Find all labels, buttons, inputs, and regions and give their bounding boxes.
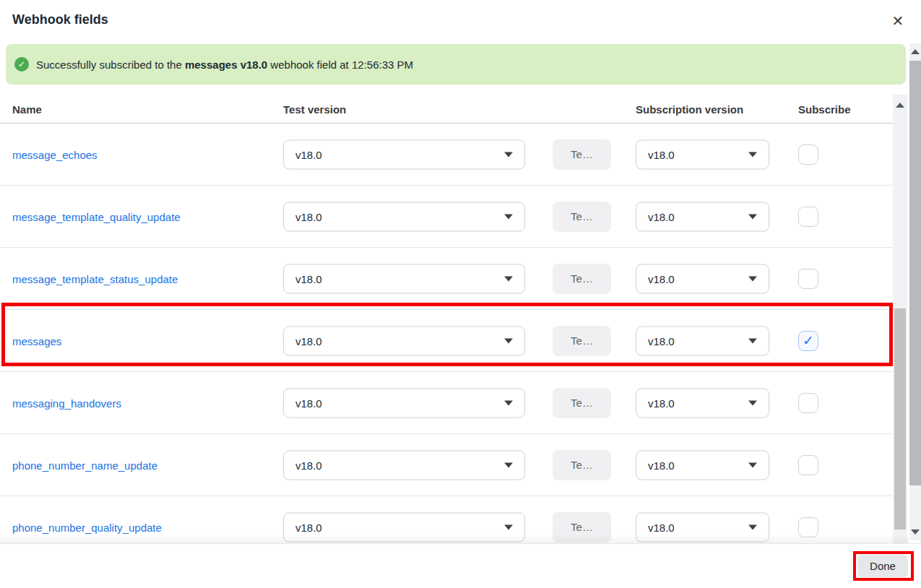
subscription-version-value: v18.0 xyxy=(648,272,743,285)
test-version-value: v18.0 xyxy=(295,334,498,347)
banner-text-suffix: webhook field at 12:56:33 PM xyxy=(267,59,413,71)
banner-text-highlight: messages v18.0 xyxy=(185,59,267,71)
table-row: message_echoes v18.0 Te… v18.0 xyxy=(0,124,893,186)
table-header-row: Name Test version Subscription version S… xyxy=(0,95,893,124)
column-header-name: Name xyxy=(12,103,42,115)
banner-text-prefix: Successfully subscribed to the xyxy=(36,59,185,71)
subscription-version-dropdown[interactable]: v18.0 xyxy=(636,326,769,355)
chevron-down-icon xyxy=(748,214,757,219)
dialog-title: Webhook fields xyxy=(12,12,108,27)
chevron-down-icon xyxy=(504,152,513,157)
subscription-version-dropdown[interactable]: v18.0 xyxy=(636,202,769,231)
chevron-down-icon xyxy=(748,276,757,281)
webhook-fields-table: Name Test version Subscription version S… xyxy=(0,95,893,543)
dialog-scrollbar-thumb[interactable] xyxy=(909,61,921,485)
success-banner: ✓ Successfully subscribed to the message… xyxy=(6,44,906,85)
subscription-version-value: v18.0 xyxy=(648,210,743,222)
subscription-version-dropdown[interactable]: v18.0 xyxy=(636,512,769,542)
subscription-version-value: v18.0 xyxy=(648,397,743,409)
table-row: message_template_quality_update v18.0 Te… xyxy=(0,186,893,248)
field-name-link[interactable]: message_echoes xyxy=(12,148,98,160)
subscription-version-dropdown[interactable]: v18.0 xyxy=(636,139,769,169)
test-version-value: v18.0 xyxy=(295,521,498,533)
field-name-link[interactable]: phone_number_quality_update xyxy=(12,521,162,533)
subscription-version-value: v18.0 xyxy=(648,148,743,160)
test-version-dropdown[interactable]: v18.0 xyxy=(283,326,525,355)
scroll-up-icon[interactable] xyxy=(911,49,920,54)
field-name-link[interactable]: messages xyxy=(12,334,61,347)
column-header-test-version: Test version xyxy=(283,103,346,115)
column-header-subscribe: Subscribe xyxy=(798,103,851,115)
table-scrollbar-thumb[interactable] xyxy=(894,308,906,529)
test-button[interactable]: Te… xyxy=(553,139,611,170)
test-button[interactable]: Te… xyxy=(553,450,611,480)
chevron-down-icon xyxy=(748,338,757,343)
subscribe-checkbox[interactable] xyxy=(798,517,818,537)
field-name-link[interactable]: phone_number_name_update xyxy=(12,459,157,471)
test-button[interactable]: Te… xyxy=(553,512,611,542)
chevron-down-icon xyxy=(748,400,757,405)
subscription-version-dropdown[interactable]: v18.0 xyxy=(636,264,769,293)
test-version-value: v18.0 xyxy=(295,397,498,409)
done-button[interactable]: Done xyxy=(857,555,908,577)
chevron-down-icon xyxy=(748,462,757,467)
table-row: message_template_status_update v18.0 Te…… xyxy=(0,248,893,310)
success-banner-text: Successfully subscribed to the messages … xyxy=(36,59,413,71)
test-version-dropdown[interactable]: v18.0 xyxy=(283,388,525,418)
chevron-down-icon xyxy=(504,524,513,529)
test-version-dropdown[interactable]: v18.0 xyxy=(283,264,525,293)
subscription-version-dropdown[interactable]: v18.0 xyxy=(636,388,769,418)
subscribe-checkbox-checked[interactable]: ✓ xyxy=(798,331,818,351)
test-button[interactable]: Te… xyxy=(553,388,611,418)
test-version-value: v18.0 xyxy=(295,459,498,471)
subscribe-checkbox[interactable] xyxy=(798,269,818,289)
table-row: messaging_handovers v18.0 Te… v18.0 xyxy=(0,372,893,434)
subscription-version-value: v18.0 xyxy=(648,459,743,471)
chevron-down-icon xyxy=(504,462,513,467)
subscribe-checkbox[interactable] xyxy=(798,144,818,165)
table-row-messages: messages v18.0 Te… v18.0 ✓ xyxy=(0,310,893,372)
chevron-down-icon xyxy=(504,400,513,405)
table-row: phone_number_quality_update v18.0 Te… v1… xyxy=(0,496,893,543)
scroll-up-icon[interactable] xyxy=(896,103,904,108)
test-version-dropdown[interactable]: v18.0 xyxy=(283,512,525,542)
subscription-version-value: v18.0 xyxy=(648,521,743,533)
test-button[interactable]: Te… xyxy=(553,264,611,294)
chevron-down-icon xyxy=(748,524,757,529)
test-version-dropdown[interactable]: v18.0 xyxy=(283,139,525,169)
subscription-version-value: v18.0 xyxy=(648,334,743,347)
chevron-down-icon xyxy=(504,338,513,343)
field-name-link[interactable]: messaging_handovers xyxy=(12,397,121,409)
test-version-dropdown[interactable]: v18.0 xyxy=(283,450,525,480)
test-version-value: v18.0 xyxy=(295,210,498,222)
scroll-down-icon[interactable] xyxy=(911,529,920,535)
dialog-scrollbar[interactable] xyxy=(909,43,921,540)
chevron-down-icon xyxy=(504,214,513,219)
column-header-subscription-version: Subscription version xyxy=(636,103,743,115)
webhook-fields-dialog: Webhook fields ✕ ✓ Successfully subscrib… xyxy=(0,0,921,588)
test-button[interactable]: Te… xyxy=(553,326,611,356)
table-scrollbar[interactable] xyxy=(893,95,907,543)
success-check-icon: ✓ xyxy=(14,57,29,72)
close-icon[interactable]: ✕ xyxy=(888,11,908,31)
subscribe-checkbox[interactable] xyxy=(798,393,818,413)
table-row: phone_number_name_update v18.0 Te… v18.0 xyxy=(0,434,893,496)
test-version-value: v18.0 xyxy=(295,148,498,160)
field-name-link[interactable]: message_template_quality_update xyxy=(12,210,181,222)
subscription-version-dropdown[interactable]: v18.0 xyxy=(636,450,769,480)
check-icon: ✓ xyxy=(803,334,814,347)
chevron-down-icon xyxy=(748,152,757,157)
subscribe-checkbox[interactable] xyxy=(798,207,818,227)
test-version-dropdown[interactable]: v18.0 xyxy=(283,202,525,231)
field-name-link[interactable]: message_template_status_update xyxy=(12,272,178,285)
test-version-value: v18.0 xyxy=(295,272,498,285)
subscribe-checkbox[interactable] xyxy=(798,455,818,475)
test-button[interactable]: Te… xyxy=(553,202,611,232)
footer-divider xyxy=(0,543,921,544)
chevron-down-icon xyxy=(504,276,513,281)
